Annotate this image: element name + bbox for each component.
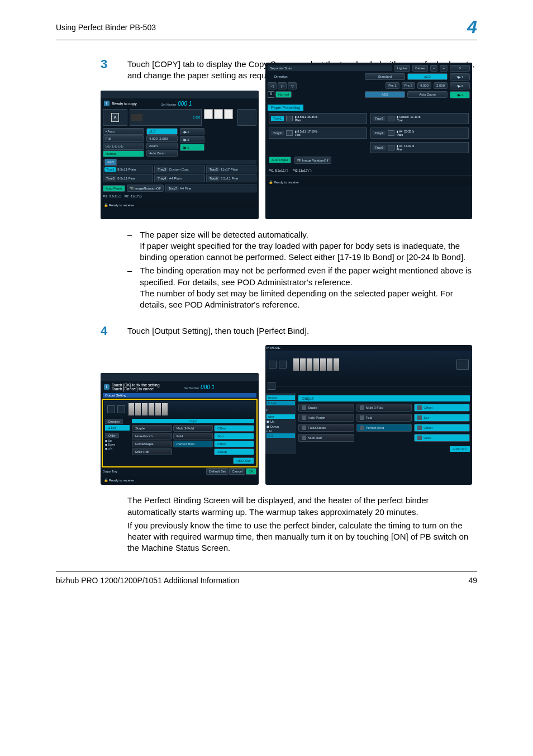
zero-btn[interactable]: 0 bbox=[450, 65, 470, 72]
direction-label: Direction bbox=[268, 75, 363, 78]
off-option[interactable]: O 1 bbox=[266, 433, 295, 438]
ready-label: Ready to copy bbox=[112, 102, 137, 106]
bullet-2: The binding operation may not be perform… bbox=[140, 266, 472, 286]
section-number: 4 bbox=[467, 17, 477, 37]
x10-btn[interactable]: x1.0 bbox=[407, 73, 448, 80]
copy-screen-small: i Ready to copy Set Number 000 1 A 1.000… bbox=[101, 91, 259, 219]
lock-icon: 🔒 bbox=[104, 204, 108, 207]
output-setting-tab[interactable]: Output Setting bbox=[103, 393, 256, 398]
bullet-1: The paper size will be detected automati… bbox=[140, 230, 308, 239]
fold-btn[interactable]: Fold bbox=[356, 414, 412, 422]
v2000[interactable]: 2.000 bbox=[434, 82, 448, 89]
info-icon: i bbox=[104, 101, 110, 106]
tray5[interactable]: Tray5 ▮ A4 17-19 lbFine bbox=[370, 142, 469, 153]
separate-scan[interactable]: Separate Scan bbox=[268, 65, 392, 71]
standard-btn[interactable]: Standard bbox=[365, 73, 405, 80]
two-one-btn[interactable]: 2▶1 bbox=[450, 73, 470, 81]
left-option-p[interactable]: p bbox=[266, 407, 295, 412]
after-text-1: The Perfect Binding Screen will be displ… bbox=[127, 495, 477, 518]
paper-presetting-label[interactable]: Paper Presetting bbox=[268, 105, 303, 111]
header-title: Using Perfect Binder PB-503 bbox=[56, 23, 156, 32]
aes-btn-lg[interactable]: AES bbox=[365, 91, 405, 98]
dir-left-icon[interactable]: ◁ bbox=[268, 82, 277, 89]
tray-icon bbox=[388, 116, 394, 121]
tray-icon bbox=[388, 145, 394, 150]
auto-paper-btn[interactable]: Auto Paper bbox=[103, 185, 125, 192]
offset-btn-1[interactable]: Offset bbox=[414, 404, 470, 412]
left-option[interactable]: & Left bbox=[266, 401, 295, 405]
step-4-text: Touch [Output Setting], then touch [Perf… bbox=[127, 324, 477, 338]
sort-btn[interactable]: Sor bbox=[414, 414, 470, 422]
rotate-btn[interactable]: ▷▷ ▷▷ ▷▷ bbox=[103, 143, 144, 150]
footer-left: bizhub PRO 1200/1200P/1051 Additional In… bbox=[56, 576, 239, 585]
image-rotation-off-btn[interactable]: 📷 ImageRotationOff bbox=[294, 157, 331, 164]
bullet-dash: – bbox=[127, 265, 132, 310]
multi-half-btn[interactable]: Multi Half bbox=[298, 434, 354, 442]
step-3-number: 3 bbox=[101, 57, 127, 82]
lighter-btn[interactable]: Lighter bbox=[394, 65, 410, 72]
op-icon-1[interactable] bbox=[269, 361, 277, 368]
auto-btn[interactable]: • Auto bbox=[103, 128, 144, 135]
hdd-store-btn[interactable]: HDD Sto bbox=[450, 446, 470, 452]
normal-btn[interactable]: Normal bbox=[103, 150, 144, 157]
auto-paper-btn-lg[interactable]: Auto Paper bbox=[269, 157, 291, 163]
v4000[interactable]: 4.000 bbox=[417, 82, 431, 89]
copy-screen-large: Separate Scan Lighter Darker – + 0 Direc… bbox=[265, 63, 472, 219]
output-setting-screen-small: i Touch [OK] to fix the setting Touch [C… bbox=[101, 373, 259, 485]
pi2: PI2 11x17 ▢ bbox=[293, 168, 312, 172]
bullet-1-cont: If paper weight specified for the tray l… bbox=[140, 241, 465, 262]
tray4[interactable]: Tray4 ▮ A4 25-35 lbPlain bbox=[370, 127, 469, 139]
dir-right-icon[interactable]: ▷ bbox=[278, 82, 287, 89]
output-setting-screen-large: M MODE bbox=[265, 345, 472, 485]
minus-btn[interactable]: – bbox=[430, 65, 437, 72]
darker-btn[interactable]: Darker bbox=[412, 65, 428, 72]
lock-icon: 🔒 bbox=[269, 181, 273, 184]
direction-tab[interactable]: rection bbox=[266, 395, 295, 400]
bullet-2-cont: The number of body set may be limited de… bbox=[140, 289, 453, 309]
op-icon-2[interactable] bbox=[279, 361, 287, 368]
down-option[interactable]: ◼ Down bbox=[266, 424, 295, 429]
multi-3-fold-btn[interactable]: Multi 3-Fold bbox=[356, 404, 412, 412]
output-title: Output bbox=[298, 395, 470, 401]
info-icon: i bbox=[104, 384, 110, 390]
op-icon-3[interactable] bbox=[268, 382, 275, 390]
offset-btn-2[interactable]: Offset bbox=[414, 424, 470, 432]
finisher-icon bbox=[456, 360, 469, 370]
tray2[interactable]: Tray2 ▮ 8.5x11 17-19 lbFine bbox=[269, 127, 367, 139]
after-text-2: If you previously know the time to use t… bbox=[127, 520, 477, 554]
tray1[interactable]: Tray1 ▮ 8.5x11 25-35 lbPlain bbox=[269, 113, 367, 124]
footer-page: 49 bbox=[468, 576, 477, 585]
one-one-btn[interactable]: 1▶1 bbox=[450, 91, 470, 98]
auto-zoom-btn[interactable]: Auto Zoom bbox=[407, 91, 448, 98]
aes-area: AES bbox=[103, 160, 256, 164]
tray-icon bbox=[388, 130, 394, 136]
tray-icon bbox=[286, 130, 293, 136]
step-4-number: 4 bbox=[101, 324, 127, 338]
full-btn[interactable]: Full bbox=[103, 135, 144, 142]
up-option[interactable]: ◼ Up bbox=[266, 419, 295, 424]
counter: Set Number 000 1 bbox=[161, 101, 192, 107]
perfect-bind-btn[interactable]: Perfect Bind bbox=[356, 424, 412, 432]
plus-btn[interactable]: + bbox=[440, 65, 448, 72]
pre2-btn[interactable]: Pre 2 bbox=[402, 82, 415, 89]
tray-icon bbox=[286, 116, 293, 121]
one-two-btn[interactable]: 1▶2 bbox=[450, 82, 470, 89]
fold-staple-btn[interactable]: Fold&Staple bbox=[298, 424, 354, 432]
pre1-btn[interactable]: Pre 1 bbox=[386, 82, 399, 89]
group-btn[interactable]: Grou bbox=[414, 434, 470, 442]
orientation-icon[interactable]: A bbox=[111, 113, 119, 122]
hole-punch-btn[interactable]: Hole-Punch bbox=[298, 414, 354, 422]
order-tab[interactable]: rder bbox=[266, 414, 295, 419]
cancel-hint: Touch [Cancel] to cancel bbox=[112, 387, 160, 391]
staple-btn[interactable]: Staple bbox=[298, 404, 354, 412]
mode-label: M MODE bbox=[265, 345, 472, 351]
on-option[interactable]: o N bbox=[266, 429, 295, 433]
pi1: PI1 8.5x11▢ bbox=[269, 168, 288, 172]
dir-down-icon[interactable]: ▽ bbox=[288, 82, 297, 89]
bullet-dash: – bbox=[127, 229, 132, 263]
ok-hint: Touch [OK] to fix the setting bbox=[112, 383, 160, 387]
normal-btn-lg[interactable]: Normal bbox=[275, 91, 292, 98]
tray3[interactable]: Tray3 ▮ Custom 17-19 lbCoat bbox=[370, 113, 469, 124]
